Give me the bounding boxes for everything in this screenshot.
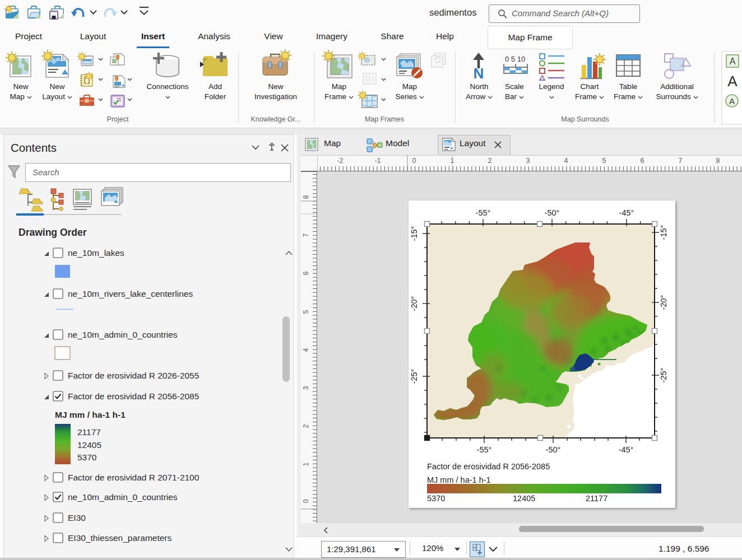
svg-text:0: 0 [302, 499, 310, 503]
svg-text:-55°: -55° [477, 445, 492, 454]
svg-text:A: A [727, 73, 738, 90]
svg-text:-25°: -25° [659, 368, 668, 383]
svg-text:-1: -1 [374, 157, 381, 165]
svg-text:-25°: -25° [410, 369, 419, 384]
svg-text:1: 1 [302, 462, 310, 466]
svg-text:-15°: -15° [659, 225, 668, 240]
svg-text:3: 3 [526, 157, 530, 165]
svg-text:2: 2 [488, 157, 492, 165]
svg-text:MJ mm / ha-1 h-1: MJ mm / ha-1 h-1 [427, 475, 491, 484]
svg-text:12405: 12405 [513, 494, 535, 503]
svg-text:5: 5 [602, 157, 606, 165]
svg-text:6: 6 [641, 157, 644, 165]
svg-text:-50°: -50° [545, 208, 560, 217]
svg-text:2: 2 [302, 424, 310, 428]
svg-text:-15°: -15° [410, 226, 419, 241]
svg-text:-20°: -20° [410, 296, 419, 311]
svg-text:N: N [474, 65, 484, 82]
svg-text:A: A [730, 57, 736, 66]
svg-text:8: 8 [302, 195, 310, 199]
svg-text:7: 7 [679, 157, 683, 165]
svg-text:-45°: -45° [619, 445, 634, 454]
svg-text:-20°: -20° [659, 295, 668, 310]
svg-text:4: 4 [564, 157, 568, 165]
svg-text:5370: 5370 [427, 494, 445, 503]
svg-text:6: 6 [302, 271, 310, 275]
svg-text:0 5 10: 0 5 10 [505, 55, 525, 63]
svg-text:8: 8 [716, 157, 720, 165]
svg-text:-2: -2 [337, 157, 343, 165]
svg-text:-45°: -45° [619, 208, 634, 217]
svg-text:3: 3 [302, 386, 310, 390]
svg-text:-50°: -50° [546, 445, 561, 454]
svg-text:A: A [729, 96, 735, 106]
svg-text:-55°: -55° [476, 208, 491, 217]
svg-text:7: 7 [302, 233, 310, 237]
svg-text:Factor de erosividad R 2056-20: Factor de erosividad R 2056-2085 [427, 462, 550, 471]
svg-text:0: 0 [412, 157, 416, 165]
svg-text:5: 5 [302, 310, 310, 314]
svg-text:4: 4 [302, 348, 310, 352]
svg-text:21177: 21177 [586, 494, 607, 503]
